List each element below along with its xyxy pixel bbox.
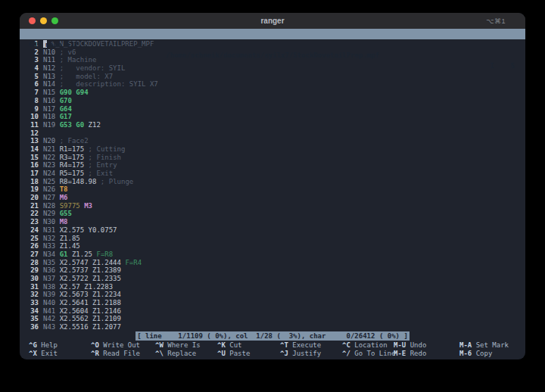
line-content: N33 Z1.45	[43, 242, 525, 250]
code-token: N30	[43, 218, 55, 226]
line-content: N38 X2.57 Z1.2283	[43, 283, 525, 291]
shortcut-item: ^X Exit	[29, 350, 91, 358]
shortcut-key: ^\	[155, 350, 164, 357]
code-token: ; model: X7	[55, 73, 113, 80]
code-token: T8	[55, 185, 67, 193]
shortcut-label: Where Is	[164, 341, 201, 349]
line-number: 7	[20, 89, 39, 97]
line-number: 17	[20, 170, 39, 178]
code-token: N39	[43, 291, 55, 298]
code-token: G70	[55, 97, 72, 104]
code-token: G55	[55, 210, 72, 217]
code-token: N32	[43, 235, 55, 242]
line-number: 27	[20, 250, 39, 259]
editor-line: 1 %_N_STOCKDOVETAILPREP_MPF	[20, 40, 525, 48]
window-titlebar[interactable]: ranger ⌥⌘1	[20, 13, 525, 29]
code-token: N26	[43, 185, 55, 193]
shortcut-key: ^J	[280, 350, 288, 357]
editor-line: 8N16 G70	[20, 97, 525, 105]
shortcut-item: ^J Justify	[280, 350, 342, 358]
line-number: 32	[20, 291, 39, 299]
window-title: ranger	[20, 17, 525, 25]
shortcut-item: M-E Redo	[394, 350, 459, 358]
editor-line: 14N21 R1=175 ; Cutting	[20, 145, 525, 154]
code-token: N21	[43, 145, 55, 153]
line-content: N40 X2.5641 Z1.2188	[43, 299, 525, 307]
code-token: N19	[43, 121, 55, 129]
shortcut-label: Redo	[406, 350, 426, 357]
line-content: N31 X2.575 Y0.0757	[43, 226, 525, 235]
code-token: N13	[43, 73, 55, 80]
editor-line: 22N29 G55	[20, 210, 525, 218]
code-token: N22	[43, 154, 55, 161]
code-token: X2.5604 Z1.2146	[55, 307, 121, 315]
editor-line: 33N40 X2.5641 Z1.2188	[20, 299, 525, 307]
code-token: ; Finish	[84, 154, 121, 161]
editor-lines[interactable]: 1 %_N_STOCKDOVETAILPREP_MPF2N10 ; v63N11…	[20, 39, 525, 331]
zoom-button[interactable]	[51, 17, 58, 24]
code-token: ; Plunge	[96, 178, 133, 185]
code-token: N42	[43, 315, 55, 322]
code-token: X2.57 Z1.2283	[55, 283, 113, 291]
code-token: X2.5722 Z1.2335	[55, 275, 121, 282]
editor-line: 18N25 R8=148.98 ; Plunge	[20, 178, 525, 186]
line-content: N14 ; description: SYIL X7	[43, 80, 525, 89]
shortcut-key: ^K	[217, 341, 226, 349]
terminal-window[interactable]: ranger ⌥⌘1 GNU nano 6.2 /home/schneik/do…	[20, 13, 525, 359]
shortcut-item: ^T Execute	[280, 341, 342, 350]
code-token: ; description: SYIL X7	[55, 80, 157, 88]
shortcut-item: ^\ Replace	[155, 350, 217, 358]
editor-line: 6N14 ; description: SYIL X7	[20, 80, 525, 89]
shortcut-key: ^T	[280, 341, 288, 349]
cursor-position-status: [ line 1/1109 ( 0%), col 1/28 ( 3%), cha…	[135, 331, 410, 341]
shortcut-item: ^W Where Is	[155, 341, 217, 350]
code-token: N35	[43, 259, 55, 266]
close-button[interactable]	[29, 17, 36, 24]
line-number: 9	[20, 105, 39, 114]
shortcut-label: Exit	[37, 350, 58, 357]
code-token: N25	[43, 178, 55, 185]
code-token: R1=175	[55, 145, 84, 153]
editor-line: 34N41 X2.5604 Z1.2146	[20, 307, 525, 316]
shortcut-key: ^C	[342, 341, 350, 349]
minimize-button[interactable]	[40, 17, 47, 24]
shortcut-row-1: ^G Help^O Write Out^W Where Is^K Cut^T E…	[29, 341, 525, 350]
shortcut-key: ^U	[217, 350, 226, 357]
code-token: N18	[43, 113, 55, 120]
code-token: ; Entry	[84, 161, 117, 169]
code-token: M8	[55, 218, 67, 226]
editor-line: 28N35 X2.5747 Z1.2444 F=R4	[20, 259, 525, 267]
editor-line: 13N20 ; Face2	[20, 137, 525, 145]
editor-line: 24N31 X2.575 Y0.0757	[20, 226, 525, 235]
code-token: X2.5747 Z1.2444	[55, 259, 121, 266]
line-number: 24	[20, 226, 39, 235]
code-token: G64	[55, 105, 72, 113]
code-token: N31	[43, 226, 55, 234]
line-number: 15	[20, 154, 39, 162]
code-token: ; vendor: SYIL	[55, 64, 125, 72]
shortcut-key: M-E	[394, 350, 406, 357]
code-token: Z1.25	[68, 250, 93, 258]
code-token: ; Cutting	[84, 145, 125, 153]
window-shortcut-hint: ⌥⌘1	[486, 13, 506, 29]
code-token: Z1.45	[55, 242, 80, 250]
line-content: N35 X2.5747 Z1.2444 F=R4	[43, 259, 525, 267]
line-content: N23 R4=175 ; Entry	[43, 161, 525, 170]
shortcut-key: M-U	[394, 341, 406, 349]
editor-line: 5N13 ; model: X7	[20, 73, 525, 81]
code-token: N36	[43, 266, 55, 274]
code-token: F=R4	[121, 259, 142, 266]
line-content: N24 R5=175 ; Exit	[43, 170, 525, 178]
shortcut-key: ^/	[342, 350, 350, 357]
line-number: 8	[20, 97, 39, 105]
shortcut-item: ^U Paste	[217, 350, 280, 358]
nano-version-label: GNU nano 6.2	[29, 39, 78, 50]
line-content: N12 ; vendor: SYIL	[43, 64, 525, 73]
code-token: N29	[43, 210, 55, 217]
code-token: N16	[43, 97, 55, 104]
shortcut-label: Replace	[164, 350, 196, 357]
shortcut-key: ^X	[29, 350, 37, 357]
code-token: S9775	[55, 202, 80, 210]
shortcut-label: Read File	[99, 350, 140, 357]
line-content: N27 M6	[43, 194, 525, 202]
